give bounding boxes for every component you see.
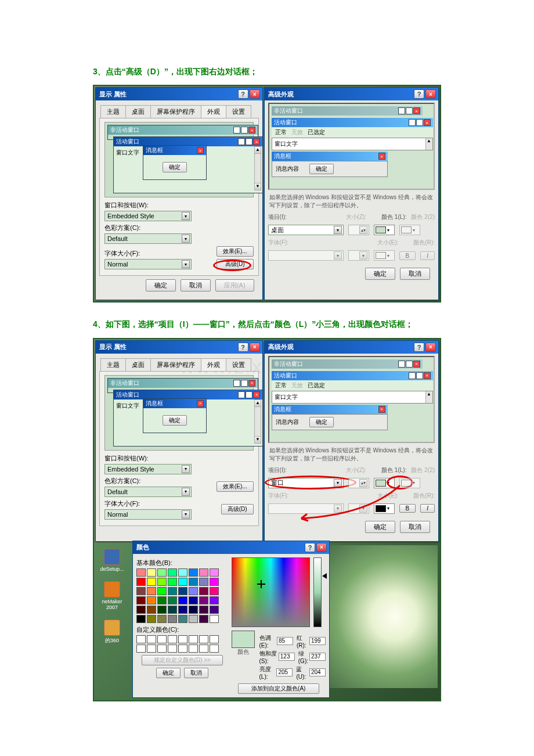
desktop-icon[interactable]: neMaker 2007 [98,581,127,610]
color-chip[interactable] [157,578,167,586]
color-chip[interactable] [178,606,187,614]
adv-preview-ok[interactable]: 确定 [309,417,334,427]
italic-button[interactable]: I [420,504,435,513]
select-windows-buttons-2[interactable]: Embedded Style▾ [104,464,192,474]
color-chip[interactable] [157,645,167,653]
color-chip[interactable] [210,596,219,604]
color1-swatch[interactable]: ▾ [374,225,395,235]
color-chip[interactable] [147,606,156,614]
color-chip[interactable] [168,635,177,643]
help-icon[interactable]: ? [414,343,424,352]
color-chip[interactable] [136,578,146,586]
color-chip[interactable] [210,568,219,577]
color-chip[interactable] [147,578,156,586]
color-chip[interactable] [199,615,208,623]
color-chip[interactable] [147,596,156,604]
adv-cancel-button[interactable]: 取消 [400,268,430,280]
color-chip[interactable] [178,587,187,595]
color-chip[interactable] [136,568,146,577]
color-chip[interactable] [136,596,146,604]
cancel-button[interactable]: 取消 [181,279,211,291]
tab-screensaver[interactable]: 屏幕保护程序 [150,105,201,118]
custom-colors-grid[interactable] [136,635,228,653]
hue-input[interactable]: 85 [277,637,293,645]
color-chip[interactable] [136,615,146,623]
color-chip[interactable] [136,645,146,653]
bold-button[interactable]: B [399,504,416,513]
adv-ok-button[interactable]: 确定 [365,268,395,280]
color-chip[interactable] [157,596,167,604]
color-chip[interactable] [199,635,208,643]
color-chip[interactable] [189,587,198,595]
color-chip[interactable] [168,596,177,604]
font-color-swatch-2[interactable]: ▾ [374,503,395,514]
color-chip[interactable] [199,578,208,586]
select-font-size[interactable]: Normal▾ [104,259,192,269]
select-color-scheme[interactable]: Default▾ [104,233,192,244]
color-chip[interactable] [210,578,219,586]
color-chip[interactable] [157,587,167,595]
desktop-icon[interactable]: deSetup... [98,549,127,572]
blue-input[interactable]: 204 [309,668,326,676]
color-chip[interactable] [199,606,208,614]
add-custom-color-button[interactable]: 添加到自定义颜色(A) [238,683,319,694]
select-font-size-2[interactable]: Normal▾ [104,509,192,520]
color-chip[interactable] [147,635,156,643]
color-chip[interactable] [199,645,208,653]
help-icon[interactable]: ? [238,343,248,352]
tab-theme[interactable]: 主题 [100,105,126,118]
close-icon[interactable]: × [425,343,436,352]
color-gradient[interactable] [232,557,310,627]
color-chip[interactable] [210,587,219,595]
select-color-scheme-2[interactable]: Default▾ [104,487,192,497]
color-chip[interactable] [199,587,208,595]
effects-button[interactable]: 效果(E)... [217,246,254,257]
color-chip[interactable] [178,578,187,586]
color1-swatch-2[interactable]: ▾ [374,478,395,488]
color-chip[interactable] [157,606,167,614]
tab-settings[interactable]: 设置 [226,105,251,118]
color-chip[interactable] [168,578,177,586]
preview-ok-button[interactable]: 确定 [163,162,187,172]
color-chip[interactable] [168,645,177,653]
color-chip[interactable] [168,587,177,595]
color-chip[interactable] [199,596,208,604]
color-chip[interactable] [178,615,187,623]
color-chip[interactable] [210,606,219,614]
color-chip[interactable] [189,596,198,604]
help-icon[interactable]: ? [238,89,248,99]
lum-input[interactable]: 205 [276,668,293,676]
color-chip[interactable] [147,587,156,595]
select-item-desktop[interactable]: 桌面▾ [268,225,344,235]
advanced-button-2[interactable]: 高级(D) [221,504,254,514]
sat-input[interactable]: 123 [279,653,295,661]
apply-button[interactable]: 应用(A) [215,279,254,291]
red-input[interactable]: 199 [309,637,326,645]
select-windows-buttons[interactable]: Embedded Style▾ [104,211,192,221]
preview-ok-button[interactable]: 确定 [163,415,187,426]
color-chip[interactable] [189,606,198,614]
tab-appearance[interactable]: 外观 [201,105,226,118]
color-chip[interactable] [168,568,177,577]
color-chip[interactable] [189,568,198,577]
color-chip[interactable] [147,645,156,653]
color-chip[interactable] [147,568,156,577]
ok-button[interactable]: 确定 [146,279,176,291]
tab-theme[interactable]: 主题 [100,358,126,371]
help-icon[interactable]: ? [414,89,424,99]
close-icon[interactable]: × [316,543,327,552]
color-chip[interactable] [178,568,187,577]
luminance-strip[interactable] [313,557,322,627]
color-chip[interactable] [136,587,146,595]
tab-desktop[interactable]: 桌面 [125,105,151,118]
color-cancel-button[interactable]: 取消 [184,668,208,678]
color-chip[interactable] [178,596,187,604]
color-chip[interactable] [157,635,167,643]
advanced-button[interactable]: 高级(D) [217,259,254,269]
basic-colors-grid[interactable] [136,568,228,623]
spinner-size[interactable]: ▴▾ [348,225,369,235]
green-input[interactable]: 237 [309,653,326,661]
tab-settings[interactable]: 设置 [226,358,251,371]
color-chip[interactable] [168,606,177,614]
effects-button-2[interactable]: 效果(E)... [217,481,254,492]
